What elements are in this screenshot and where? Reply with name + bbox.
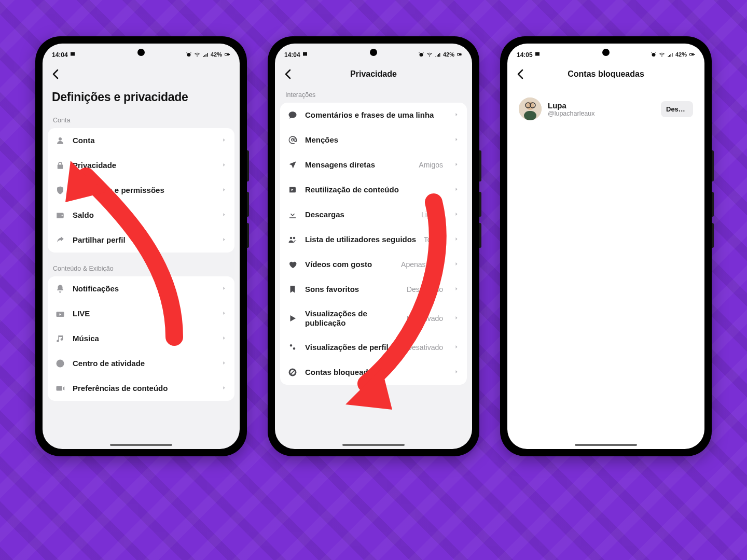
phone-volume-button <box>479 223 481 248</box>
item-value: Todos <box>424 235 443 244</box>
phone-volume-button <box>712 223 714 248</box>
chevron-right-icon <box>221 285 227 293</box>
chevron-right-icon <box>453 315 460 323</box>
heart-icon <box>287 259 298 270</box>
phone-power-button <box>247 150 249 181</box>
blocked-account-row: Lupa @lupacharleaux Desbloquear <box>513 91 699 127</box>
item-label: Música <box>73 334 214 343</box>
chevron-right-icon <box>221 385 227 393</box>
signal-icon <box>667 51 673 58</box>
item-label: Mensagens diretas <box>305 160 411 170</box>
phone-power-button <box>712 150 714 181</box>
status-time: 14:04 <box>284 51 300 59</box>
item-value: Desativado <box>407 314 443 323</box>
header <box>43 62 240 86</box>
privacy-item-liked-videos[interactable]: Vídeos com gosto Apenas você <box>280 252 467 277</box>
chevron-right-icon <box>453 111 460 119</box>
phone-mockup-3: 14:05 42% Contas bloqueadas <box>500 36 712 456</box>
item-label: Centro de atividade <box>73 359 214 368</box>
blocked-username: @lupacharleaux <box>548 110 655 117</box>
section-label: Interações <box>275 86 472 103</box>
privacy-item-post-views[interactable]: Visualizações de publicação Desativado <box>280 302 467 335</box>
phone-volume-button <box>712 192 714 217</box>
item-value: Apenas você <box>401 260 443 269</box>
settings-item-music[interactable]: Música <box>48 326 234 351</box>
back-button[interactable] <box>282 68 295 80</box>
item-label: Privacidade <box>73 161 214 170</box>
wifi-icon <box>426 51 433 58</box>
chevron-right-icon <box>453 261 460 269</box>
privacy-item-mentions[interactable]: Menções <box>280 128 467 152</box>
privacy-item-reuse[interactable]: Reutilização de conteúdo <box>280 177 467 202</box>
privacy-item-blocked-accounts[interactable]: Contas bloqueadas <box>280 360 467 385</box>
privacy-item-profile-views[interactable]: Visualizações de perfil Desativado <box>280 335 467 360</box>
item-label: Notificações <box>73 284 214 293</box>
settings-item-share-profile[interactable]: Partilhar perfil <box>48 228 234 253</box>
wifi-icon <box>659 51 665 58</box>
privacy-item-downloads[interactable]: Descargas Ligado <box>280 202 467 227</box>
chevron-right-icon <box>453 369 460 376</box>
music-icon <box>55 333 65 344</box>
phone-mockup-2: 14:04 42% Privacidade Interações <box>268 36 479 456</box>
avatar[interactable] <box>519 97 542 120</box>
paper-plane-icon <box>287 160 298 170</box>
chevron-right-icon <box>453 186 460 194</box>
settings-item-security[interactable]: Segurança e permissões <box>48 178 234 203</box>
settings-item-notifications[interactable]: Notificações <box>48 276 234 301</box>
privacy-item-following-list[interactable]: Lista de utilizadores seguidos Todos <box>280 227 467 252</box>
item-value: Desativado <box>407 285 443 293</box>
chevron-right-icon <box>221 360 227 368</box>
item-label: Lista de utilizadores seguidos <box>305 235 417 244</box>
picture-icon <box>534 51 541 57</box>
signal-icon <box>202 51 209 58</box>
alarm-icon <box>186 51 192 58</box>
privacy-item-comments[interactable]: Comentários e frases de uma linha <box>280 103 467 128</box>
settings-group-account: Conta Privacidade Segurança e permissões <box>48 128 234 253</box>
back-button[interactable] <box>515 68 527 80</box>
home-indicator <box>575 444 637 446</box>
item-label: Saldo <box>73 211 214 220</box>
item-label: Visualizações de publicação <box>305 309 399 328</box>
back-button[interactable] <box>50 68 62 80</box>
item-label: Visualizações de perfil <box>305 343 399 352</box>
privacy-item-fav-sounds[interactable]: Sons favoritos Desativado <box>280 277 467 302</box>
back-arrow-icon <box>282 68 295 80</box>
chevron-right-icon <box>453 136 460 144</box>
settings-item-privacy[interactable]: Privacidade <box>48 153 234 178</box>
item-label: Vídeos com gosto <box>305 260 394 269</box>
blocked-display-name: Lupa <box>548 101 655 110</box>
back-arrow-icon <box>515 68 527 80</box>
back-arrow-icon <box>50 68 62 80</box>
settings-item-balance[interactable]: Saldo <box>48 203 234 228</box>
section-label: Conteúdo & Exibição <box>43 260 240 276</box>
settings-item-content-prefs[interactable]: Preferências de conteúdo <box>48 376 234 401</box>
phone-volume-button <box>479 192 481 217</box>
people-icon <box>287 234 298 245</box>
settings-item-activity-center[interactable]: Centro de atividade <box>48 351 234 376</box>
wallet-icon <box>55 210 65 220</box>
chevron-right-icon <box>221 236 227 244</box>
at-icon <box>287 135 298 145</box>
item-label: Descargas <box>305 210 414 219</box>
home-indicator <box>110 444 172 446</box>
header: Contas bloqueadas <box>507 62 704 86</box>
unblock-button[interactable]: Desbloquear <box>661 101 693 117</box>
person-icon <box>55 135 65 146</box>
battery-icon <box>689 51 695 58</box>
share-icon <box>55 235 65 245</box>
item-label: Segurança e permissões <box>73 186 214 195</box>
front-camera <box>370 49 377 56</box>
picture-icon <box>70 51 76 57</box>
chevron-right-icon <box>453 236 460 244</box>
block-icon <box>287 367 298 377</box>
header-title: Privacidade <box>275 69 472 79</box>
comment-icon <box>287 110 298 120</box>
item-value: Desativado <box>407 343 443 352</box>
chevron-right-icon <box>453 286 460 293</box>
status-battery: 42% <box>443 51 454 58</box>
settings-item-account[interactable]: Conta <box>48 128 234 153</box>
chevron-right-icon <box>221 310 227 318</box>
settings-item-live[interactable]: LIVE <box>48 301 234 326</box>
settings-group-content: Notificações LIVE Música <box>48 276 234 401</box>
privacy-item-dms[interactable]: Mensagens diretas Amigos <box>280 152 467 177</box>
